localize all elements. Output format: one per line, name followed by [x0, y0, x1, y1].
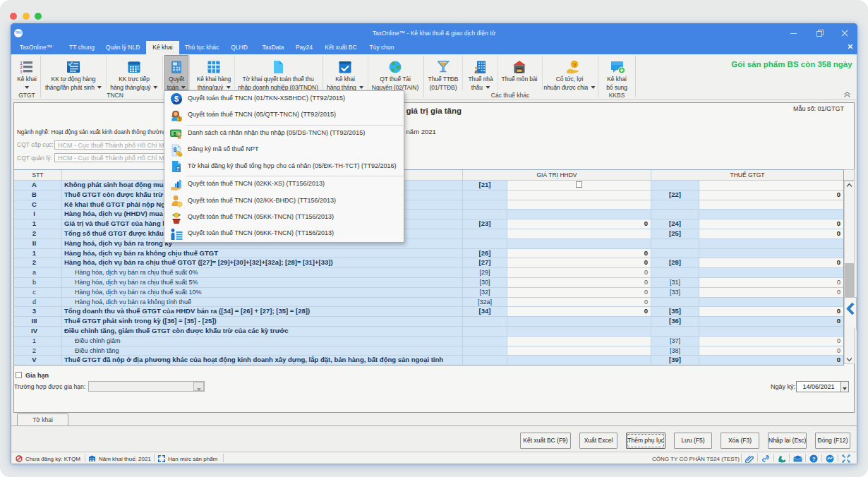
svg-text:$: $ [573, 61, 577, 68]
svg-text:3: 3 [20, 69, 23, 74]
svg-text:$: $ [174, 146, 177, 153]
svg-text:$: $ [179, 116, 181, 122]
svg-text:$: $ [174, 95, 179, 103]
svg-text:?: ? [812, 456, 816, 462]
